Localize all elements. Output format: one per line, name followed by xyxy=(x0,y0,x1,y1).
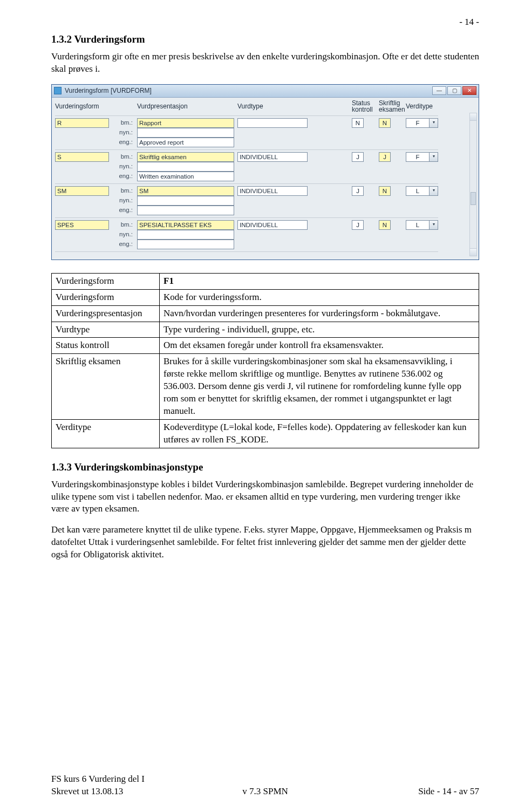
label-eng: eng.: xyxy=(112,240,134,249)
col-hdr-verditype: Verditype xyxy=(406,103,438,110)
window-titlebar: Vurderingsform [VURDFORM] — ▢ ✕ xyxy=(52,85,479,98)
def-key: Skriftlig eksamen xyxy=(52,354,160,420)
label-nyn: nyn.: xyxy=(112,230,134,239)
chevron-down-icon[interactable]: ▾ xyxy=(430,118,438,128)
heading-1-3-2: 1.3.2 Vurderingsform xyxy=(51,32,479,46)
code-field[interactable]: SM xyxy=(55,186,109,196)
verditype-dropdown[interactable]: L▾ xyxy=(406,186,438,196)
def-value: Kodeverditype (L=lokal kode, F=felles ko… xyxy=(160,420,479,448)
label-nyn: nyn.: xyxy=(112,196,134,205)
footer-date: Skrevet ut 13.08.13 xyxy=(51,786,193,798)
maximize-button[interactable]: ▢ xyxy=(447,86,461,95)
table-row: VurderingsformKode for vurderingssform. xyxy=(52,289,479,305)
def-key: Vurderingsform xyxy=(52,273,160,289)
definition-table: VurderingsformF1VurderingsformKode for v… xyxy=(51,273,479,448)
chevron-down-icon[interactable]: ▾ xyxy=(430,186,438,196)
status-field[interactable]: J xyxy=(352,186,364,196)
nyn-field[interactable] xyxy=(137,162,234,172)
label-eng: eng.: xyxy=(112,138,134,147)
col-hdr-vurdpresentasjon: Vurdpresentasjon xyxy=(137,102,234,111)
def-value: F1 xyxy=(160,273,479,289)
label-bm: bm.: xyxy=(112,153,134,161)
def-key: Verditype xyxy=(52,420,160,448)
page-footer: FS kurs 6 Vurdering del I Skrevet ut 13.… xyxy=(51,773,479,798)
nyn-field[interactable] xyxy=(137,196,234,206)
skriftlig-field[interactable]: N xyxy=(379,118,391,128)
status-field[interactable]: J xyxy=(352,152,364,162)
scroll-down-icon[interactable] xyxy=(470,248,476,256)
def-key: Vurderingsform xyxy=(52,289,160,305)
label-nyn: nyn.: xyxy=(112,128,134,137)
skriftlig-field[interactable]: N xyxy=(379,220,391,230)
para-b: Det kan være parametere knyttet til de u… xyxy=(51,524,479,561)
minimize-button[interactable]: — xyxy=(432,86,446,95)
table-row: VurderingsformF1 xyxy=(52,273,479,289)
label-bm: bm.: xyxy=(112,187,134,195)
scroll-thumb[interactable] xyxy=(470,121,476,248)
table-row: VurdtypeType vurdering - individuell, gr… xyxy=(52,322,479,338)
col-hdr-status: Statuskontroll xyxy=(352,100,376,113)
verditype-dropdown[interactable]: F▾ xyxy=(406,152,438,162)
label-eng: eng.: xyxy=(112,172,134,181)
def-value: Brukes for å skille vurderingskombinasjo… xyxy=(160,354,479,420)
eng-field[interactable]: Written examination xyxy=(137,172,234,181)
chevron-down-icon[interactable]: ▾ xyxy=(430,220,438,230)
label-eng: eng.: xyxy=(112,206,134,215)
vurdtype-field[interactable]: INDIVIDUELL xyxy=(237,186,308,196)
nyn-field[interactable] xyxy=(137,128,234,138)
def-key: Vurderingspresentasjon xyxy=(52,305,160,322)
table-row: Skriftlig eksamenBrukes for å skille vur… xyxy=(52,354,479,420)
code-field[interactable]: SPES xyxy=(55,220,109,230)
col-hdr-vurdtype: Vurdtype xyxy=(237,102,308,111)
scrollbar[interactable] xyxy=(469,113,477,256)
skriftlig-field[interactable]: J xyxy=(379,152,391,162)
skriftlig-field[interactable]: N xyxy=(379,186,391,196)
vurdtype-field[interactable]: INDIVIDUELL xyxy=(237,220,308,230)
col-hdr-vurderingsform: Vurderingsform xyxy=(55,102,109,111)
footer-version: v 7.3 SPMN xyxy=(242,786,288,798)
table-row: VerditypeKodeverditype (L=lokal kode, F=… xyxy=(52,420,479,448)
nyn-field[interactable] xyxy=(137,230,234,240)
status-field[interactable]: N xyxy=(352,118,364,128)
vurdtype-field[interactable] xyxy=(237,118,308,128)
bm-field[interactable]: Rapport xyxy=(137,118,234,128)
footer-page: Side - 14 - av 57 xyxy=(338,786,479,798)
table-row: Status kontrollOm det eksamen foregår un… xyxy=(52,338,479,354)
def-key: Status kontroll xyxy=(52,338,160,354)
def-key: Vurdtype xyxy=(52,322,160,338)
page-number-top: - 14 - xyxy=(459,16,479,29)
bm-field[interactable]: Skriftlig eksamen xyxy=(137,152,234,162)
footer-doc-title: FS kurs 6 Vurdering del I xyxy=(51,773,193,786)
vurdtype-field[interactable]: INDIVIDUELL xyxy=(237,152,308,162)
def-value: Om det eksamen foregår under kontroll fr… xyxy=(160,338,479,354)
col-hdr-skriftlig: Skriftligeksamen xyxy=(379,100,403,113)
verditype-dropdown[interactable]: F▾ xyxy=(406,118,438,128)
eng-field[interactable] xyxy=(137,240,234,249)
code-field[interactable]: S xyxy=(55,152,109,162)
def-value: Type vurdering - individuell, gruppe, et… xyxy=(160,322,479,338)
verditype-dropdown[interactable]: L▾ xyxy=(406,220,438,230)
label-bm: bm.: xyxy=(112,221,134,229)
status-field[interactable]: J xyxy=(352,220,364,230)
heading-1-3-3: 1.3.3 Vurderingskombinasjonstype xyxy=(51,460,479,474)
close-button[interactable]: ✕ xyxy=(462,86,476,95)
scroll-up-icon[interactable] xyxy=(470,113,476,121)
code-field[interactable]: R xyxy=(55,118,109,128)
label-bm: bm.: xyxy=(112,119,134,127)
def-value: Kode for vurderingssform. xyxy=(160,289,479,305)
def-value: Navn/hvordan vurderingen presenteres for… xyxy=(160,305,479,322)
label-nyn: nyn.: xyxy=(112,162,134,171)
eng-field[interactable]: Approved report xyxy=(137,138,234,147)
eng-field[interactable] xyxy=(137,206,234,215)
window-title: Vurderingsform [VURDFORM] xyxy=(65,86,429,95)
app-window: Vurderingsform [VURDFORM] — ▢ ✕ Vurderin… xyxy=(51,84,479,260)
app-icon xyxy=(54,87,62,94)
table-row: VurderingspresentasjonNavn/hvordan vurde… xyxy=(52,305,479,322)
para-a: Vurderingskombinasjonstype kobles i bild… xyxy=(51,479,479,516)
intro-paragraph: Vurderingsform gir ofte en mer presis be… xyxy=(51,51,479,76)
bm-field[interactable]: SM xyxy=(137,186,234,196)
bm-field[interactable]: SPESIALTILPASSET EKS xyxy=(137,220,234,230)
chevron-down-icon[interactable]: ▾ xyxy=(430,152,438,162)
